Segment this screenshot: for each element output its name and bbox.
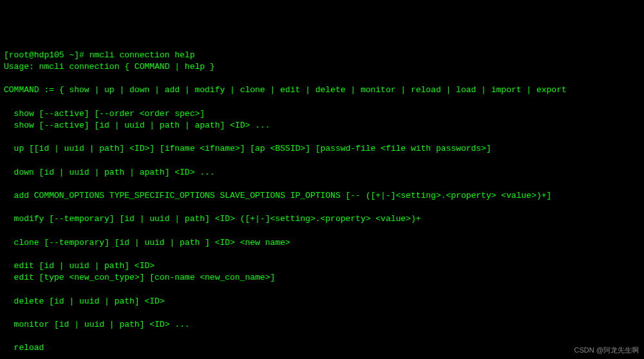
syntax-down: down [id | uuid | path | apath] <ID> ... [4, 168, 215, 177]
syntax-modify: modify [--temporary] [id | uuid | path] … [4, 214, 421, 224]
syntax-clone: clone [--temporary] [id | uuid | path ] … [4, 238, 290, 247]
terminal-output: [root@hdp105 ~]# nmcli connection help U… [4, 50, 640, 359]
syntax-edit1: edit [id | uuid | path] <ID> [4, 261, 155, 271]
syntax-add: add COMMON_OPTIONS TYPE_SPECIFIC_OPTIONS… [4, 191, 551, 200]
syntax-reload: reload [4, 343, 44, 353]
entered-command: nmcli connection help [90, 50, 195, 60]
syntax-up: up [[id | uuid | path] <ID>] [ifname <if… [4, 144, 491, 153]
syntax-delete: delete [id | uuid | path] <ID> [4, 296, 165, 306]
syntax-edit2: edit [type <new_con_type>] [con-name <ne… [4, 273, 275, 282]
watermark: CSDN @阿龙先生啊 [574, 345, 639, 355]
usage-line: Usage: nmcli connection { COMMAND | help… [4, 62, 215, 72]
syntax-show1: show [--active] [--order <order spec>] [4, 109, 205, 119]
prompt-user-host: [root@hdp105 ~]# [4, 50, 84, 60]
command-list-line: COMMAND := { show | up | down | add | mo… [4, 85, 567, 95]
syntax-show2: show [--active] [id | uuid | path | apat… [4, 121, 270, 130]
syntax-monitor: monitor [id | uuid | path] <ID> ... [4, 320, 190, 329]
